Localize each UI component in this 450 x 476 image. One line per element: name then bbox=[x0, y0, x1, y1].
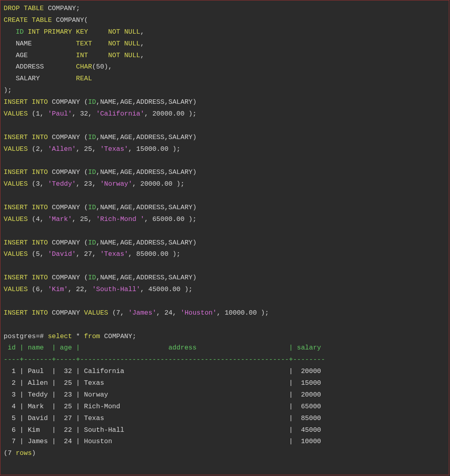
col-age: AGE bbox=[16, 51, 28, 59]
result-row: 5 | David | 27 | Texas | 85000 bbox=[4, 414, 321, 422]
kw-insert: INSERT bbox=[4, 98, 28, 106]
val-age: 32 bbox=[80, 110, 88, 118]
type-int: INT bbox=[28, 28, 40, 36]
kw-insert: INSERT bbox=[4, 133, 28, 141]
col-id: ID bbox=[16, 28, 24, 36]
result-row: 7 | James | 24 | Houston | 10000 bbox=[4, 437, 321, 445]
footer-open: ( bbox=[4, 449, 8, 457]
col-salary: SALARY bbox=[168, 98, 192, 106]
col-name: NAME bbox=[100, 98, 116, 106]
result-row: 2 | Allen | 25 | Texas | 15000 bbox=[4, 379, 321, 387]
kw-values: VALUES bbox=[4, 110, 28, 118]
psql-prompt: postgres=# bbox=[4, 332, 44, 340]
paren-open: ( bbox=[32, 110, 36, 118]
val-addr: 'California' bbox=[96, 110, 144, 118]
result-row: 6 | Kim | 22 | South-Hall | 45000 bbox=[4, 426, 321, 434]
kw-not: NOT bbox=[108, 51, 121, 59]
footer-close: ) bbox=[32, 449, 36, 457]
kw-drop: DROP bbox=[4, 4, 20, 12]
tbl-company: COMPANY bbox=[104, 332, 132, 340]
kw-insert: INSERT bbox=[4, 204, 28, 211]
semicolon: ; bbox=[76, 4, 80, 12]
kw-null: NULL bbox=[124, 28, 140, 36]
sql-code-block: DROP TABLE COMPANY; CREATE TABLE COMPANY… bbox=[0, 0, 449, 462]
kw-insert: INSERT bbox=[4, 274, 28, 281]
tbl-company: COMPANY bbox=[52, 274, 80, 281]
kw-primary: PRIMARY bbox=[44, 28, 72, 36]
char-size: (50) bbox=[92, 63, 108, 71]
val-id: 1 bbox=[36, 110, 40, 118]
kw-into: INTO bbox=[32, 274, 48, 281]
col-age: AGE bbox=[120, 98, 132, 106]
kw-values: VALUES bbox=[84, 309, 108, 317]
paren-close: ); bbox=[185, 110, 197, 118]
comma: , bbox=[140, 51, 144, 59]
result-row: 4 | Mark | 25 | Rich-Mond | 65000 bbox=[4, 403, 321, 410]
kw-table: TABLE bbox=[24, 4, 44, 12]
col-address: ADDRESS bbox=[136, 98, 164, 106]
type-int: INT bbox=[76, 51, 88, 59]
kw-not: NOT bbox=[108, 40, 120, 47]
kw-insert: INSERT bbox=[4, 168, 28, 176]
comma: , bbox=[108, 63, 112, 71]
kw-null: NULL bbox=[124, 40, 140, 47]
kw-into: INTO bbox=[32, 133, 48, 141]
tbl-company: COMPANY bbox=[52, 239, 80, 247]
col-name: NAME bbox=[16, 40, 32, 47]
paren-close: ); bbox=[4, 86, 12, 94]
footer-count: 7 bbox=[8, 449, 12, 457]
kw-select: select bbox=[48, 332, 72, 340]
kw-insert: INSERT bbox=[4, 239, 28, 247]
type-char: CHAR bbox=[76, 63, 92, 71]
kw-into: INTO bbox=[32, 98, 48, 106]
kw-values: VALUES bbox=[4, 285, 28, 293]
kw-not: NOT bbox=[108, 28, 121, 36]
kw-values: VALUES bbox=[4, 145, 28, 153]
tbl-company: COMPANY bbox=[56, 16, 84, 24]
kw-table: TABLE bbox=[32, 16, 52, 24]
kw-values: VALUES bbox=[4, 180, 28, 188]
tbl-company: COMPANY bbox=[48, 4, 76, 12]
val-name: 'Paul' bbox=[48, 110, 72, 118]
kw-into: INTO bbox=[32, 168, 48, 176]
tbl-company: COMPANY bbox=[52, 204, 80, 211]
val-sal: 20000.00 bbox=[152, 110, 184, 118]
col-salary: SALARY bbox=[16, 75, 40, 82]
tbl-company: COMPANY bbox=[52, 168, 80, 176]
kw-key: KEY bbox=[76, 28, 88, 36]
kw-null: NULL bbox=[124, 51, 140, 59]
result-divider: ----+-------+-----+---------------------… bbox=[4, 356, 325, 363]
result-row: 1 | Paul | 32 | California | 20000 bbox=[4, 367, 321, 375]
result-header: id | name | age | address | salary bbox=[4, 344, 321, 352]
type-real: REAL bbox=[76, 75, 92, 82]
kw-into: INTO bbox=[32, 239, 48, 247]
paren-open: ( bbox=[84, 98, 88, 106]
footer-rows: rows bbox=[16, 449, 32, 457]
semicolon: ; bbox=[132, 332, 136, 340]
col-address: ADDRESS bbox=[16, 63, 44, 71]
paren-close: ) bbox=[192, 98, 196, 106]
kw-values: VALUES bbox=[4, 215, 28, 223]
kw-values: VALUES bbox=[4, 250, 28, 258]
tbl-company: COMPANY bbox=[52, 309, 80, 317]
comma: , bbox=[140, 40, 144, 47]
kw-into: INTO bbox=[32, 204, 48, 211]
type-text: TEXT bbox=[76, 40, 92, 47]
kw-create: CREATE bbox=[4, 16, 28, 24]
col-id: ID bbox=[88, 98, 96, 106]
paren-open: ( bbox=[84, 16, 88, 24]
kw-into: INTO bbox=[32, 309, 48, 317]
kw-from: from bbox=[84, 332, 100, 340]
kw-insert: INSERT bbox=[4, 309, 28, 317]
comma: , bbox=[140, 28, 144, 36]
tbl-company: COMPANY bbox=[52, 133, 80, 141]
star: * bbox=[76, 332, 80, 340]
result-row: 3 | Teddy | 23 | Norway | 20000 bbox=[4, 391, 321, 399]
tbl-company: COMPANY bbox=[52, 98, 80, 106]
